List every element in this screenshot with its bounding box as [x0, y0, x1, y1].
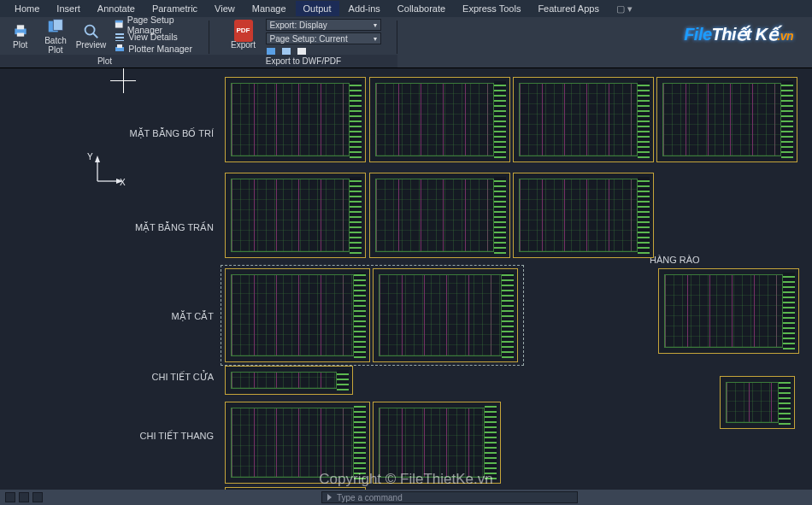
model-layout-tabs[interactable] [5, 492, 43, 502]
menu-tabs: Home Insert Annotate Parametric View Man… [0, 0, 812, 17]
drawing-sheet[interactable] [225, 77, 366, 162]
ucs-icon: Y X [91, 154, 125, 190]
chevron-down-icon: ▾ [374, 35, 377, 43]
tab-view[interactable]: View [207, 1, 243, 16]
svg-rect-9 [115, 33, 124, 35]
drawing-sheet[interactable] [656, 77, 797, 162]
plotter-manager-icon [115, 44, 125, 54]
row-label-floorplan: MẶT BẰNG BỐ TRÍ [68, 128, 214, 139]
row-label-door-detail: CHI TIẾT CỬA [68, 372, 214, 383]
svg-rect-4 [53, 20, 62, 31]
page-setup-dropdown[interactable]: Page Setup: Current ▾ [266, 32, 381, 44]
row-label-fence: HÀNG RÀO [650, 255, 795, 265]
plot-button[interactable]: Plot [5, 19, 35, 53]
preview-icon [81, 21, 100, 40]
drawing-canvas[interactable]: Y X MẶT BẰNG BỐ TRÍ MẶT BẰNG TRẦN MẶT CẮ… [0, 68, 812, 490]
batch-plot-button[interactable]: Batch Plot [40, 19, 70, 53]
plot-label: Plot [13, 41, 27, 50]
command-bar: Type a command [0, 490, 812, 505]
plotter-manager-button[interactable]: Plotter Manager [111, 43, 204, 54]
view-details-icon [115, 32, 125, 42]
panel-export: PDF Export Export: Display ▾ Page Setup:… [209, 17, 397, 68]
panel-plot-title: Plot [0, 55, 209, 68]
drawing-sheet[interactable] [658, 268, 799, 354]
drawing-sheet[interactable] [513, 77, 654, 162]
plotter-manager-label: Plotter Manager [128, 44, 192, 54]
tab-insert[interactable]: Insert [49, 1, 88, 16]
command-prompt-icon [327, 494, 332, 501]
tab-overflow[interactable]: ▢ ▾ [609, 1, 640, 17]
tab-output[interactable]: Output [296, 1, 339, 16]
chevron-down-icon: ▾ [374, 21, 377, 29]
drawing-sheet[interactable] [373, 268, 518, 362]
batch-plot-icon [46, 17, 65, 36]
drawing-sheet[interactable] [373, 402, 501, 484]
page-setup-manager-button[interactable]: Page Setup Manager [111, 19, 204, 30]
tab-collaborate[interactable]: Collaborate [390, 1, 453, 16]
panel-export-title: Export to DWF/PDF [209, 55, 397, 68]
panel-plot: Plot Batch Plot Preview Page S [0, 17, 209, 68]
svg-rect-11 [115, 40, 124, 41]
page-setup-icon [115, 20, 123, 30]
pdf-icon: PDF [234, 21, 253, 40]
svg-marker-19 [95, 156, 100, 162]
svg-rect-8 [115, 21, 123, 23]
svg-rect-10 [115, 37, 124, 38]
drawing-sheet[interactable] [225, 173, 366, 258]
export-type-dropdown[interactable]: Export: Display ▾ [266, 19, 381, 31]
row-label-section: MẶT CẮT [68, 311, 214, 322]
batch-plot-label: Batch Plot [44, 37, 67, 55]
drawing-sheet[interactable] [225, 268, 370, 362]
row-label-ceiling: MẶT BẰNG TRẦN [68, 222, 214, 233]
view-details-button[interactable]: View Details [111, 31, 204, 42]
tab-express-tools[interactable]: Express Tools [455, 1, 528, 16]
command-placeholder: Type a command [337, 493, 403, 502]
ucs-x-label: X [120, 178, 126, 187]
command-input[interactable]: Type a command [321, 491, 578, 503]
export-label: Export [231, 41, 256, 50]
drawing-sheet[interactable] [720, 376, 795, 429]
tab-featured-apps[interactable]: Featured Apps [530, 1, 607, 16]
drawing-sheet[interactable] [369, 173, 510, 258]
tab-manage[interactable]: Manage [244, 1, 294, 16]
svg-line-6 [93, 33, 98, 38]
tab-home[interactable]: Home [7, 1, 47, 16]
svg-rect-13 [117, 44, 122, 48]
svg-rect-1 [16, 26, 23, 30]
svg-rect-2 [16, 33, 23, 37]
site-watermark-logo: FileThiết Kế.vn [684, 24, 793, 44]
printer-icon [11, 21, 30, 40]
tab-addins[interactable]: Add-ins [341, 1, 388, 16]
drawing-sheet[interactable] [369, 77, 510, 162]
drawing-sheet[interactable] [225, 402, 370, 484]
row-label-stair-detail: CHI TIẾT THANG [68, 431, 214, 442]
view-details-label: View Details [128, 32, 178, 42]
drawing-sheet[interactable] [225, 366, 353, 395]
preview-label: Preview [76, 41, 107, 50]
drawing-sheet[interactable] [513, 173, 654, 258]
export-button[interactable]: PDF Export [227, 19, 261, 53]
ucs-y-label: Y [87, 152, 93, 161]
preview-button[interactable]: Preview [76, 19, 107, 53]
